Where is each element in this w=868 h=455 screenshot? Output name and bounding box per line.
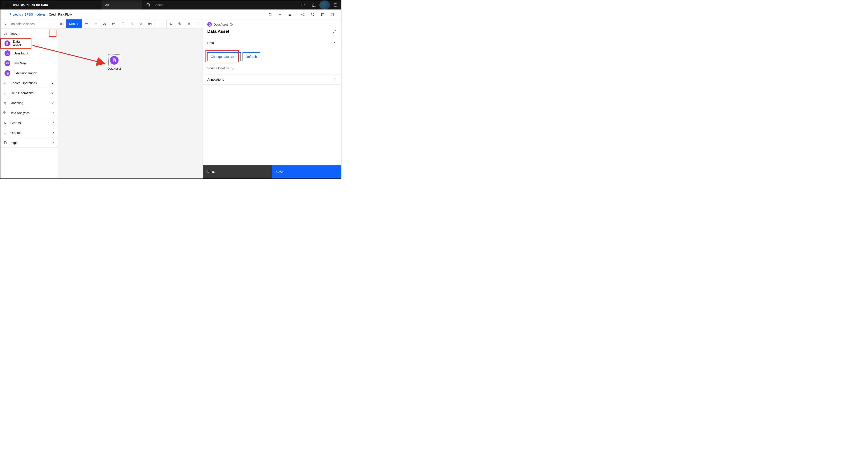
svg-rect-39 [189, 24, 189, 24]
node-box [108, 55, 120, 66]
palette-node-user-input[interactable]: User Input [0, 48, 57, 58]
app-switcher-icon[interactable] [330, 0, 341, 9]
zoom-out-button[interactable] [176, 20, 185, 28]
download-icon[interactable] [285, 9, 295, 20]
refresh-button[interactable]: Refresh [243, 53, 260, 61]
properties-title-row: Data Asset [207, 29, 337, 34]
svg-point-24 [4, 93, 5, 94]
svg-point-32 [140, 23, 141, 23]
svg-point-8 [335, 6, 336, 6]
palette-category-record-ops[interactable]: Record Operations [0, 78, 57, 88]
run-button[interactable]: Run [66, 20, 82, 28]
svg-point-2 [335, 3, 336, 4]
svg-rect-35 [149, 23, 151, 25]
palette-category-modeling[interactable]: Modeling [0, 98, 57, 108]
guide-icon[interactable] [298, 0, 308, 9]
svg-point-14 [332, 15, 332, 16]
category-label: Outputs [10, 131, 22, 135]
paste-button[interactable] [118, 20, 127, 28]
settings-config-icon[interactable] [328, 9, 337, 20]
preview-data-button[interactable] [146, 20, 154, 28]
undo-button[interactable] [82, 20, 91, 28]
cancel-button[interactable]: Cancel [203, 165, 272, 179]
canvas-stage[interactable]: Data Asset [57, 28, 203, 179]
category-label: Import [10, 32, 20, 35]
avatar-button[interactable] [319, 0, 330, 9]
user-input-icon [4, 50, 10, 56]
comment-icon[interactable] [317, 9, 328, 20]
svg-point-41 [198, 24, 198, 24]
breadcrumb-projects[interactable]: Projects [9, 13, 21, 16]
save-menu-icon[interactable] [265, 9, 275, 20]
palette-category-outputs[interactable]: Outputs [0, 128, 57, 138]
copy-button[interactable] [109, 20, 118, 28]
svg-rect-26 [61, 23, 63, 25]
play-icon [76, 22, 79, 26]
scope-dropdown[interactable]: All [102, 0, 142, 9]
accordion-annotations-header[interactable]: Annotations [203, 74, 341, 85]
svg-point-23 [4, 83, 5, 84]
palette-category-field-ops[interactable]: Field Operations [0, 88, 57, 98]
properties-header: Data Asset Data Asset [203, 20, 341, 34]
svg-rect-40 [197, 23, 199, 25]
info-icon[interactable] [230, 23, 233, 26]
svg-point-12 [332, 13, 332, 14]
svg-point-0 [147, 3, 150, 6]
breadcrumb-spss[interactable]: SPSS modeler [24, 13, 45, 16]
chevron-down-icon [333, 78, 337, 81]
accordion-data-header[interactable]: Data [203, 38, 341, 48]
top-bar: IBM Cloud Pak for Data All [0, 0, 341, 9]
svg-point-9 [337, 6, 337, 6]
palette-category-graphs[interactable]: Graphs [0, 118, 57, 128]
zoom-in-button[interactable] [166, 20, 176, 28]
redo-button[interactable] [91, 20, 100, 28]
palette-node-data-asset[interactable]: Data Asset [0, 38, 31, 48]
toggle-palette-button[interactable] [57, 20, 66, 28]
svg-point-4 [334, 5, 335, 5]
avatar [319, 0, 330, 9]
info-icon[interactable] [230, 67, 234, 70]
canvas-node-data-asset[interactable]: Data Asset [108, 55, 121, 70]
properties-title: Data Asset [207, 29, 229, 34]
save-button[interactable]: Save [272, 165, 341, 179]
node-label: Sim Gen [13, 61, 26, 65]
chevron-down-icon[interactable] [275, 9, 285, 20]
chevron-down-icon [135, 3, 138, 7]
svg-point-15 [333, 15, 334, 16]
cut-button[interactable] [100, 20, 109, 28]
category-label: Graphs [10, 121, 21, 125]
palette-search-input[interactable] [8, 22, 55, 26]
search-icon [146, 2, 151, 7]
svg-point-6 [337, 5, 337, 5]
hamburger-menu-button[interactable] [0, 0, 11, 9]
breadcrumb-current: Credit Risk Flow [49, 13, 72, 16]
palette-category-export[interactable]: Export [0, 138, 57, 148]
history-icon[interactable] [308, 9, 317, 20]
palette-node-extension-import[interactable]: Extension Import [0, 68, 57, 78]
global-search[interactable] [142, 2, 298, 7]
svg-point-27 [103, 24, 104, 25]
palette-search[interactable] [0, 20, 57, 28]
palette-category-import[interactable]: Import [0, 28, 57, 38]
canvas-toolbar: Run [57, 20, 203, 28]
change-data-asset-button[interactable]: Change data asset [207, 53, 241, 61]
palette-sidebar: Import Data Asset User Input Sim Gen [0, 20, 57, 179]
delete-button[interactable] [127, 20, 136, 28]
info-icon[interactable] [298, 9, 308, 20]
edit-title-button[interactable] [333, 30, 337, 33]
search-input[interactable] [154, 3, 221, 7]
svg-point-25 [4, 112, 4, 113]
svg-point-13 [333, 13, 334, 14]
zoom-fit-button[interactable] [185, 20, 193, 28]
chevron-up-icon [51, 32, 55, 35]
palette-node-sim-gen[interactable]: Sim Gen [0, 58, 57, 68]
data-asset-icon [4, 40, 10, 46]
accordion: Data Change data asset Refresh Source lo… [203, 38, 341, 85]
category-label: Modeling [10, 101, 23, 105]
settings-button[interactable] [136, 20, 146, 28]
zoom-100-button[interactable] [193, 20, 203, 28]
diamond-icon [3, 101, 7, 105]
canvas-area: Run Data Asset [57, 20, 203, 179]
palette-category-text-analytics[interactable]: Text Analytics [0, 108, 57, 118]
notifications-icon[interactable] [308, 0, 319, 9]
